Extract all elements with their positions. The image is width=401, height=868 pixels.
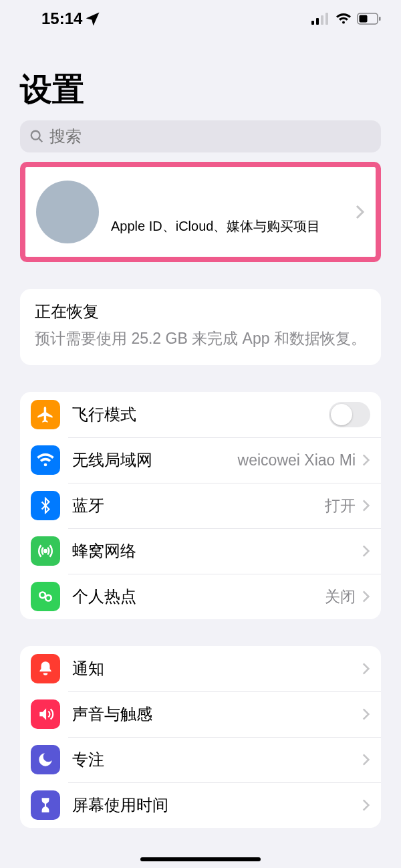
chevron-right-icon — [362, 499, 370, 512]
bluetooth-icon — [31, 491, 60, 520]
apple-id-card[interactable]: Apple ID、iCloud、媒体与购买项目 — [20, 162, 381, 262]
svg-rect-2 — [321, 15, 323, 25]
cellular-signal-icon — [311, 13, 330, 25]
settings-group-connectivity: 飞行模式 无线局域网 weicowei Xiao Mi 蓝牙 打开 蜂窝网络 个… — [20, 392, 381, 619]
row-focus[interactable]: 专注 — [20, 737, 381, 782]
row-bluetooth[interactable]: 蓝牙 打开 — [20, 483, 381, 528]
chevron-right-icon — [362, 453, 370, 467]
row-label: 蓝牙 — [72, 495, 325, 516]
row-label: 专注 — [72, 749, 362, 770]
restore-title: 正在恢复 — [35, 301, 366, 322]
airplane-icon — [31, 400, 60, 429]
row-label: 屏幕使用时间 — [72, 794, 362, 816]
restore-subtitle: 预计需要使用 25.2 GB 来完成 App 和数据恢复。 — [35, 328, 366, 349]
row-screen-time[interactable]: 屏幕使用时间 — [20, 782, 381, 828]
row-airplane-mode[interactable]: 飞行模式 — [20, 392, 381, 437]
row-label: 飞行模式 — [72, 404, 329, 425]
svg-line-8 — [39, 138, 43, 142]
search-field[interactable] — [20, 120, 381, 152]
row-sound[interactable]: 声音与触感 — [20, 691, 381, 737]
row-label: 蜂窝网络 — [72, 540, 362, 562]
svg-rect-3 — [325, 13, 328, 25]
avatar — [36, 181, 99, 243]
row-label: 无线局域网 — [72, 449, 238, 471]
row-label: 声音与触感 — [72, 703, 362, 725]
svg-rect-0 — [311, 21, 314, 25]
svg-point-11 — [45, 595, 51, 601]
airplane-toggle[interactable] — [329, 402, 370, 427]
svg-rect-1 — [316, 18, 319, 25]
svg-rect-6 — [379, 17, 381, 21]
row-label: 个人热点 — [72, 586, 325, 607]
home-indicator[interactable] — [140, 857, 261, 861]
svg-point-9 — [44, 550, 47, 552]
row-value: 关闭 — [325, 586, 356, 607]
row-cellular[interactable]: 蜂窝网络 — [20, 528, 381, 574]
page-title: 设置 — [0, 35, 401, 120]
battery-icon — [357, 13, 381, 25]
settings-group-system: 通知 声音与触感 专注 屏幕使用时间 — [20, 646, 381, 828]
focus-icon — [31, 745, 60, 774]
svg-rect-5 — [360, 15, 368, 23]
wifi-icon — [336, 13, 352, 25]
chevron-right-icon — [362, 590, 370, 603]
row-value: 打开 — [325, 496, 356, 516]
svg-point-7 — [31, 131, 40, 140]
chevron-right-icon — [362, 662, 370, 675]
notifications-icon — [31, 654, 60, 683]
chevron-right-icon — [362, 708, 370, 721]
status-time: 15:14 — [41, 9, 82, 28]
hotspot-icon — [31, 582, 60, 611]
chevron-right-icon — [362, 753, 370, 766]
chevron-right-icon — [356, 205, 365, 219]
row-hotspot[interactable]: 个人热点 关闭 — [20, 574, 381, 619]
chevron-right-icon — [362, 544, 370, 558]
row-label: 通知 — [72, 658, 362, 679]
sound-icon — [31, 699, 60, 729]
row-notifications[interactable]: 通知 — [20, 646, 381, 691]
cellular-icon — [31, 536, 60, 566]
location-icon — [86, 12, 100, 25]
search-input[interactable] — [49, 127, 372, 146]
wifi-settings-icon — [31, 445, 60, 475]
row-wifi[interactable]: 无线局域网 weicowei Xiao Mi — [20, 437, 381, 483]
status-bar: 15:14 — [0, 0, 401, 35]
apple-id-subtitle: Apple ID、iCloud、媒体与购买项目 — [99, 189, 356, 235]
svg-point-10 — [39, 592, 45, 599]
row-value: weicowei Xiao Mi — [238, 451, 356, 469]
screen-time-icon — [31, 790, 60, 820]
search-icon — [29, 129, 44, 144]
status-right — [311, 13, 381, 25]
status-left: 15:14 — [41, 9, 100, 28]
chevron-right-icon — [362, 798, 370, 812]
restore-card[interactable]: 正在恢复 预计需要使用 25.2 GB 来完成 App 和数据恢复。 — [20, 289, 381, 365]
